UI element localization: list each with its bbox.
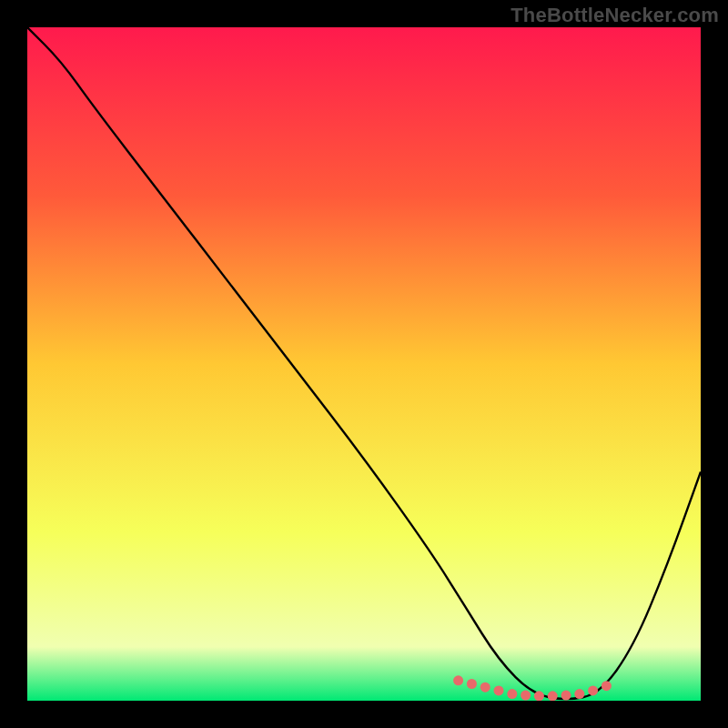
chart-svg <box>27 27 701 701</box>
gradient-background <box>27 27 701 701</box>
highlight-dot <box>561 691 571 701</box>
highlight-dot <box>494 685 504 695</box>
highlight-dot <box>467 679 477 689</box>
highlight-dot <box>507 689 517 699</box>
plot-area <box>27 27 701 701</box>
highlight-dot <box>521 691 531 701</box>
highlight-dot <box>588 685 598 695</box>
highlight-dot <box>548 691 558 701</box>
watermark-text: TheBottleNecker.com <box>511 4 719 27</box>
highlight-dot <box>574 689 584 699</box>
highlight-dot <box>534 691 544 701</box>
highlight-dot <box>602 681 612 691</box>
chart-frame: TheBottleNecker.com <box>0 0 728 728</box>
highlight-dot <box>480 682 490 693</box>
highlight-dot <box>453 675 463 685</box>
